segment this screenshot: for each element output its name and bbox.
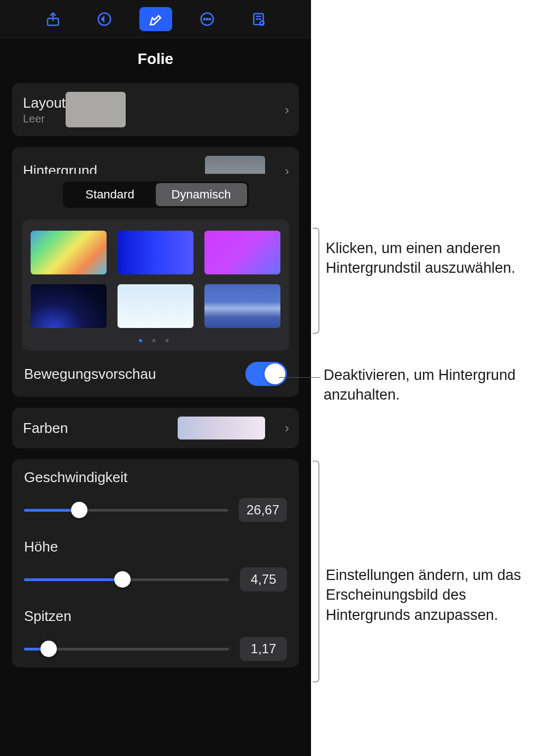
svg-point-3 — [203, 18, 205, 20]
layout-label: Layout — [23, 95, 66, 112]
sliders-section: Geschwindigkeit 26,67 Höhe 4,75 Spitzen — [12, 459, 299, 667]
svg-point-5 — [209, 18, 210, 20]
height-slider-row: Höhe 4,75 — [12, 529, 299, 598]
peaks-slider-row: Spitzen 1,17 — [12, 598, 299, 667]
callout-sliders: Einstellungen ändern, um das Erscheinung… — [326, 565, 528, 625]
colors-row[interactable]: Farben › — [12, 408, 299, 448]
format-button[interactable] — [139, 7, 172, 31]
undo-button[interactable] — [88, 7, 121, 31]
background-style-option[interactable] — [31, 231, 107, 274]
callout-bracket — [313, 461, 319, 682]
speed-slider[interactable] — [24, 509, 228, 512]
peaks-label: Spitzen — [24, 608, 287, 625]
background-styles-grid: ● ● ● — [22, 220, 289, 351]
svg-point-7 — [260, 21, 264, 25]
presenter-button[interactable] — [242, 7, 275, 31]
background-style-option[interactable] — [31, 284, 107, 328]
callout-styles: Klicken, um einen anderen Hintergrundsti… — [326, 238, 523, 278]
callout-toggle: Deaktivieren, um Hintergrund anzuhalten. — [324, 365, 526, 405]
speed-label: Geschwindigkeit — [24, 469, 287, 486]
callout-bracket — [313, 228, 319, 333]
height-label: Höhe — [24, 538, 287, 555]
height-value[interactable]: 4,75 — [240, 567, 287, 591]
background-style-option[interactable] — [204, 231, 280, 274]
motion-preview-label: Bewegungsvorschau — [24, 366, 245, 383]
background-style-option[interactable] — [118, 231, 193, 274]
colors-section: Farben › — [12, 408, 299, 448]
background-popover: Standard Dynamisch ● ● ● Bewegungsvorsch… — [12, 174, 299, 397]
colors-swatch — [178, 417, 265, 439]
chevron-right-icon: › — [285, 420, 289, 436]
background-style-option[interactable] — [204, 284, 280, 328]
colors-label: Farben — [23, 420, 178, 437]
page-indicator: ● ● ● — [31, 336, 280, 344]
peaks-slider[interactable] — [24, 648, 229, 650]
callout-line — [279, 377, 320, 378]
panel-title: Folie — [0, 38, 311, 78]
layout-section: Layout Leer › — [12, 83, 299, 136]
motion-preview-toggle[interactable] — [245, 362, 287, 386]
more-button[interactable] — [191, 7, 224, 31]
layout-sublabel: Leer — [23, 113, 66, 125]
chevron-right-icon: › — [285, 102, 289, 118]
layout-thumbnail — [66, 92, 126, 127]
inspector-panel: Folie Layout Leer › Hintergrund › Standa… — [0, 0, 311, 756]
height-slider[interactable] — [24, 578, 229, 581]
background-style-option[interactable] — [118, 284, 193, 328]
segment-dynamic[interactable]: Dynamisch — [156, 183, 247, 206]
speed-slider-row: Geschwindigkeit 26,67 — [12, 459, 299, 529]
segment-standard[interactable]: Standard — [64, 183, 156, 206]
svg-point-4 — [206, 18, 208, 20]
speed-value[interactable]: 26,67 — [239, 498, 287, 522]
share-button[interactable] — [37, 7, 69, 31]
peaks-value[interactable]: 1,17 — [240, 637, 287, 661]
background-mode-segmented: Standard Dynamisch — [63, 181, 249, 208]
layout-row[interactable]: Layout Leer › — [12, 83, 299, 136]
toolbar — [0, 0, 311, 38]
